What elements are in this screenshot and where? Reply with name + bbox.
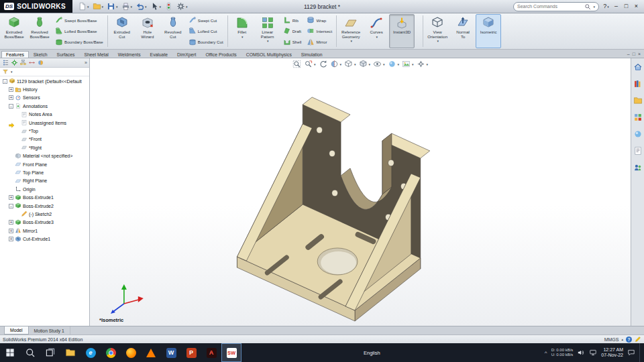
- ribbon-button-instant3d[interactable]: Instant3D: [389, 14, 415, 48]
- clock[interactable]: 12:27 AM 07-Nov-22: [601, 347, 623, 358]
- tree-item-boss-extrude2[interactable]: -Boss-Extrude2: [0, 202, 89, 210]
- document-minimize-button[interactable]: –: [627, 51, 630, 58]
- select-arrow-button[interactable]: ▾: [149, 1, 163, 12]
- tray-expand-icon[interactable]: ^: [545, 350, 547, 356]
- appearances-button[interactable]: [633, 129, 643, 141]
- document-close-button[interactable]: ×: [638, 51, 641, 58]
- ribbon-button-draft[interactable]: Draft: [282, 26, 303, 36]
- tree-item-notes-area[interactable]: Notes Area: [0, 111, 89, 119]
- document-tab-model[interactable]: Model: [4, 326, 29, 335]
- print-button[interactable]: ▾: [120, 1, 134, 12]
- tree-item-material-not-specified[interactable]: Material <not specified>: [0, 152, 89, 160]
- ribbon-button-lofted-boss-base[interactable]: Lofted Boss/Base: [54, 26, 105, 36]
- scene-button[interactable]: ▾: [401, 60, 415, 68]
- tree-item-top-plane[interactable]: Top Plane: [0, 168, 89, 176]
- ribbon-button-isometric[interactable]: Isometric: [476, 14, 501, 48]
- tab-comsol-multiphysics[interactable]: COMSOL Multiphysics: [241, 51, 297, 58]
- search-input[interactable]: [517, 4, 583, 9]
- custom-properties-button[interactable]: [633, 146, 643, 158]
- ribbon-button-linear-pattern[interactable]: Linear Pattern▾: [255, 14, 280, 48]
- ribbon-button-shell[interactable]: Shell: [282, 37, 303, 47]
- search-icon[interactable]: [584, 3, 591, 10]
- view-settings-button[interactable]: ▾: [416, 60, 429, 68]
- tree-item-mirror1[interactable]: +Mirror1: [0, 227, 89, 235]
- taskbar-firefox[interactable]: [121, 343, 141, 362]
- tab-weldments[interactable]: Weldments: [113, 51, 146, 58]
- forum-button[interactable]: [633, 163, 643, 175]
- volume-icon[interactable]: [577, 349, 585, 357]
- close-button[interactable]: ×: [632, 1, 641, 11]
- view-orientation-button[interactable]: ▾: [343, 60, 357, 68]
- taskbar-adobe[interactable]: A: [201, 343, 221, 362]
- document-tab-motion-study-1[interactable]: Motion Study 1: [29, 326, 70, 335]
- show-desktop-button[interactable]: [639, 343, 642, 362]
- taskbar-powerpoint[interactable]: P: [181, 343, 201, 362]
- options-gear-button[interactable]: ▾: [175, 1, 189, 12]
- tab-simulation[interactable]: Simulation: [297, 51, 327, 58]
- ribbon-button-extruded-cut[interactable]: Extruded Cut: [109, 14, 135, 48]
- search-dropdown-icon[interactable]: ▾: [593, 5, 595, 9]
- tree-item-cut-extrude1[interactable]: +Cut-Extrude1: [0, 235, 89, 243]
- network-icon[interactable]: [589, 349, 597, 357]
- rebuild-button[interactable]: [163, 1, 174, 12]
- taskbar-edge[interactable]: e: [80, 343, 101, 362]
- taskbar-solidworks[interactable]: SW: [221, 343, 241, 362]
- hide-show-items-button[interactable]: ▾: [372, 60, 386, 68]
- ribbon-button-reference-geometry[interactable]: Reference Geometry▾: [338, 14, 364, 48]
- ribbon-button-curves[interactable]: Curves▾: [364, 14, 389, 48]
- section-view-button[interactable]: ▾: [329, 60, 342, 68]
- tags-pencil-icon[interactable]: [635, 336, 641, 343]
- undo-button[interactable]: ▾: [134, 1, 148, 12]
- units-dropdown-icon[interactable]: ▴: [621, 337, 623, 341]
- units-selector[interactable]: MMGS: [604, 337, 619, 342]
- ribbon-button-rib[interactable]: Rib: [282, 15, 303, 25]
- zoom-area-button[interactable]: ▾: [303, 60, 317, 68]
- tree-item-right-plane[interactable]: Right Plane: [0, 177, 89, 185]
- ribbon-button-revolved-cut[interactable]: Revolved Cut: [160, 14, 186, 48]
- previous-view-button[interactable]: [317, 60, 327, 68]
- tree-expander[interactable]: +: [9, 195, 13, 200]
- tree-item-top[interactable]: *Top: [0, 127, 89, 135]
- tree-expander[interactable]: +: [9, 229, 13, 233]
- tree-item-origin[interactable]: Origin: [0, 185, 89, 193]
- tab-surfaces[interactable]: Surfaces: [52, 51, 80, 58]
- language-bar[interactable]: English: [360, 343, 384, 362]
- tab-sketch[interactable]: Sketch: [29, 51, 52, 58]
- taskbar-file-explorer[interactable]: [60, 343, 80, 362]
- tree-expander[interactable]: -: [9, 104, 13, 109]
- filter-dropdown-icon[interactable]: ▾: [11, 70, 13, 74]
- tree-item-annotations[interactable]: -Annotations: [0, 102, 89, 110]
- ribbon-button-revolved-boss-base[interactable]: Revolved Boss/Base: [27, 14, 52, 48]
- ribbon-button-boundary-boss-base[interactable]: Boundary Boss/Base: [54, 37, 105, 47]
- ribbon-button-wrap[interactable]: Wrap: [305, 15, 333, 25]
- edit-appearance-button[interactable]: ▾: [387, 60, 400, 68]
- graphics-area[interactable]: ▾▾▾▾▾▾▾▾: [90, 58, 631, 326]
- view-palette-button[interactable]: [633, 113, 643, 125]
- taskbar-start[interactable]: [0, 343, 20, 362]
- tree-expander[interactable]: +: [9, 237, 13, 241]
- ribbon-button-normal-to[interactable]: Normal To: [450, 14, 476, 48]
- action-center-icon[interactable]: [627, 349, 635, 357]
- ribbon-button-swept-cut[interactable]: Swept Cut: [187, 15, 225, 25]
- open-folder-button[interactable]: ▾: [91, 1, 105, 12]
- tree-expander[interactable]: -: [3, 79, 7, 84]
- tree-item-front-plane[interactable]: Front Plane: [0, 160, 89, 168]
- tree-expander[interactable]: -: [9, 204, 13, 208]
- tree-expander[interactable]: +: [9, 95, 13, 100]
- ribbon-button-extruded-boss-base[interactable]: Extruded Boss/Base: [1, 14, 27, 48]
- design-library-button[interactable]: [633, 79, 643, 91]
- file-explorer-button[interactable]: [633, 96, 643, 108]
- document-restore-button[interactable]: □: [633, 51, 635, 58]
- tab-sheet-metal[interactable]: Sheet Metal: [79, 51, 113, 58]
- ribbon-button-swept-boss-base[interactable]: Swept Boss/Base: [54, 15, 105, 25]
- ribbon-button-view-orientation[interactable]: View Orientation▾: [425, 14, 450, 48]
- minimize-button[interactable]: –: [612, 1, 621, 11]
- tab-evaluate[interactable]: Evaluate: [146, 51, 172, 58]
- resources-button[interactable]: [633, 62, 643, 74]
- tree-item-sensors[interactable]: +Sensors: [0, 94, 89, 102]
- tree-item-history[interactable]: +History: [0, 85, 89, 93]
- taskbar-vlc[interactable]: [141, 343, 161, 362]
- new-document-button[interactable]: ▾: [76, 1, 91, 12]
- save-button[interactable]: ▾: [105, 1, 119, 12]
- tree-item-boss-extrude3[interactable]: +Boss-Extrude3: [0, 219, 89, 227]
